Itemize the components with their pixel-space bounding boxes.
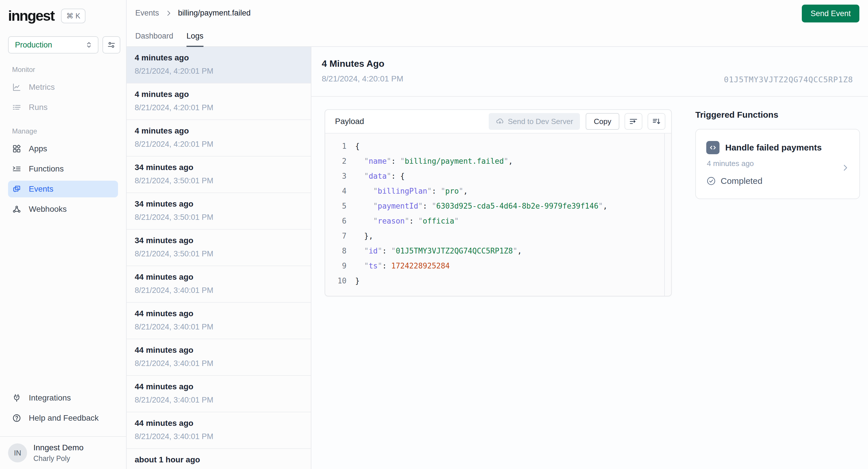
- sidebar-item-events[interactable]: Events: [8, 181, 118, 197]
- scroll-to-bottom-button[interactable]: [648, 113, 665, 130]
- copy-button[interactable]: Copy: [586, 113, 619, 130]
- code-line: 4 "billingPlan": "pro",: [325, 184, 671, 198]
- code-line: 2 "name": "billing/payment.failed",: [325, 154, 671, 168]
- event-list-item[interactable]: 4 minutes ago 8/21/2024, 4:20:01 PM: [127, 120, 311, 157]
- event-item-timestamp: 8/21/2024, 3:50:01 PM: [135, 176, 311, 185]
- line-number: 1: [325, 139, 346, 154]
- tab-dashboard[interactable]: Dashboard: [135, 32, 173, 47]
- sidebar-footer: Integrations Help and Feedback IN Innges…: [0, 389, 126, 469]
- command-k-label: ⌘ K: [66, 12, 80, 20]
- apps-grid-icon: [12, 144, 21, 153]
- breadcrumb-events-link[interactable]: Events: [135, 9, 159, 18]
- wrap-text-button[interactable]: [624, 113, 642, 130]
- event-list-item[interactable]: 44 minutes ago 8/21/2024, 3:40:01 PM: [127, 339, 311, 376]
- code-line: 8 "id": "01J5TMY3VJTZ2QG74QCC5RP1Z8",: [325, 243, 671, 258]
- code-text: "name": "billing/payment.failed",: [355, 154, 513, 168]
- event-item-title: about 1 hour ago: [135, 455, 311, 464]
- code-text: "ts": 1724228925284: [355, 258, 450, 273]
- environment-settings-button[interactable]: [102, 36, 120, 54]
- event-list-item[interactable]: about 1 hour ago: [127, 449, 311, 469]
- event-item-timestamp: 8/21/2024, 3:40:01 PM: [135, 432, 311, 441]
- sidebar-item-metrics[interactable]: Metrics: [8, 79, 118, 96]
- code-text: "paymentId": "6303d925-cda5-4d64-8b2e-99…: [355, 198, 608, 214]
- check-circle-icon: [706, 176, 716, 186]
- sidebar-item-label: Metrics: [29, 83, 55, 92]
- event-item-timestamp: 8/21/2024, 3:50:01 PM: [135, 213, 311, 222]
- question-circle-icon: [12, 413, 21, 423]
- sidebar-item-label: Functions: [29, 164, 64, 174]
- stacked-panels-icon: [12, 184, 21, 194]
- line-chart-icon: [12, 83, 21, 92]
- event-item-timestamp: 8/21/2024, 4:20:01 PM: [135, 140, 311, 149]
- sidebar-nav: Monitor Metrics Runs Manage Apps: [0, 54, 126, 218]
- app-root: inngest ⌘ K Production Monitor: [0, 0, 868, 469]
- event-list-item[interactable]: 44 minutes ago 8/21/2024, 3:40:01 PM: [127, 412, 311, 449]
- function-status-label: Completed: [721, 176, 763, 186]
- command-k-shortcut[interactable]: ⌘ K: [61, 9, 86, 23]
- function-name: Handle failed payments: [725, 143, 822, 153]
- code-text: }: [355, 273, 360, 288]
- code-text: },: [355, 228, 373, 243]
- code-line: 1{: [325, 139, 671, 154]
- avatar: IN: [8, 443, 27, 462]
- send-to-dev-server-button[interactable]: Send to Dev Server: [489, 113, 580, 130]
- chevron-up-down-icon: [85, 40, 93, 49]
- payload-code: 1{2 "name": "billing/payment.failed",3 "…: [325, 133, 671, 296]
- tab-logs[interactable]: Logs: [186, 32, 204, 47]
- sidebar-item-webhooks[interactable]: Webhooks: [8, 201, 118, 218]
- event-item-timestamp: 8/21/2024, 3:40:01 PM: [135, 359, 311, 368]
- payload-title: Payload: [335, 117, 489, 126]
- sidebar-item-runs[interactable]: Runs: [8, 99, 118, 116]
- code-text: "reason": "officia": [355, 214, 459, 228]
- event-list-item[interactable]: 4 minutes ago 8/21/2024, 4:20:01 PM: [127, 84, 311, 120]
- triggered-functions-title: Triggered Functions: [695, 110, 860, 120]
- sidebar-item-functions[interactable]: Functions: [8, 161, 118, 177]
- line-number: 6: [325, 214, 346, 228]
- event-item-timestamp: 8/21/2024, 3:50:01 PM: [135, 249, 311, 258]
- event-list-item[interactable]: 34 minutes ago 8/21/2024, 3:50:01 PM: [127, 193, 311, 229]
- code-line: 3 "data": {: [325, 168, 671, 184]
- nav-section-monitor: Monitor: [8, 66, 118, 74]
- profile-user-name: Charly Poly: [33, 454, 84, 463]
- sidebar: inngest ⌘ K Production Monitor: [0, 0, 127, 469]
- list-lines-icon: [12, 103, 21, 112]
- code-window-icon: [706, 141, 719, 154]
- profile-org-name: Inngest Demo: [33, 443, 84, 452]
- sidebar-item-integrations[interactable]: Integrations: [8, 389, 118, 406]
- event-item-timestamp: 8/21/2024, 4:20:01 PM: [135, 67, 311, 76]
- profile-row[interactable]: IN Inngest Demo Charly Poly: [0, 436, 126, 469]
- send-event-button[interactable]: Send Event: [802, 5, 859, 23]
- event-item-timestamp: 8/21/2024, 3:40:01 PM: [135, 396, 311, 405]
- line-number: 3: [325, 168, 346, 184]
- sidebar-item-apps[interactable]: Apps: [8, 140, 118, 157]
- code-line: 9 "ts": 1724228925284: [325, 258, 671, 273]
- event-item-timestamp: 8/21/2024, 4:20:01 PM: [135, 103, 311, 112]
- event-list-item[interactable]: 44 minutes ago 8/21/2024, 3:40:01 PM: [127, 303, 311, 339]
- profile-text: Inngest Demo Charly Poly: [33, 443, 84, 463]
- code-line: 7 },: [325, 228, 671, 243]
- event-list: 4 minutes ago 8/21/2024, 4:20:01 PM 4 mi…: [127, 47, 311, 469]
- function-list-icon: [12, 164, 21, 174]
- topbar: Events billing/payment.failed Dashboard …: [127, 0, 868, 47]
- event-list-item[interactable]: 34 minutes ago 8/21/2024, 3:50:01 PM: [127, 229, 311, 266]
- code-text: "billingPlan": "pro",: [355, 184, 468, 198]
- event-item-title: 44 minutes ago: [135, 309, 311, 318]
- event-item-title: 34 minutes ago: [135, 163, 311, 172]
- event-list-item[interactable]: 44 minutes ago 8/21/2024, 3:40:01 PM: [127, 266, 311, 303]
- event-list-item[interactable]: 34 minutes ago 8/21/2024, 3:50:01 PM: [127, 157, 311, 193]
- event-item-timestamp: 8/21/2024, 3:40:01 PM: [135, 322, 311, 332]
- event-item-title: 44 minutes ago: [135, 346, 311, 355]
- function-card[interactable]: Handle failed payments 4 minutes ago Com: [695, 129, 860, 199]
- sidebar-item-label: Help and Feedback: [29, 413, 99, 423]
- environment-row: Production: [0, 24, 126, 54]
- code-line: 6 "reason": "officia": [325, 214, 671, 228]
- event-list-item[interactable]: 4 minutes ago 8/21/2024, 4:20:01 PM: [127, 47, 311, 84]
- environment-select[interactable]: Production: [8, 36, 98, 54]
- line-number: 9: [325, 258, 346, 273]
- breadcrumb: Events billing/payment.failed: [135, 9, 251, 18]
- event-list-item[interactable]: 44 minutes ago 8/21/2024, 3:40:01 PM: [127, 376, 311, 412]
- code-scrollbar[interactable]: [664, 133, 665, 296]
- detail-header: 4 Minutes Ago 8/21/2024, 4:20:01 PM 01J5…: [311, 47, 868, 84]
- logo-row: inngest ⌘ K: [0, 0, 126, 24]
- sidebar-item-help[interactable]: Help and Feedback: [8, 410, 118, 427]
